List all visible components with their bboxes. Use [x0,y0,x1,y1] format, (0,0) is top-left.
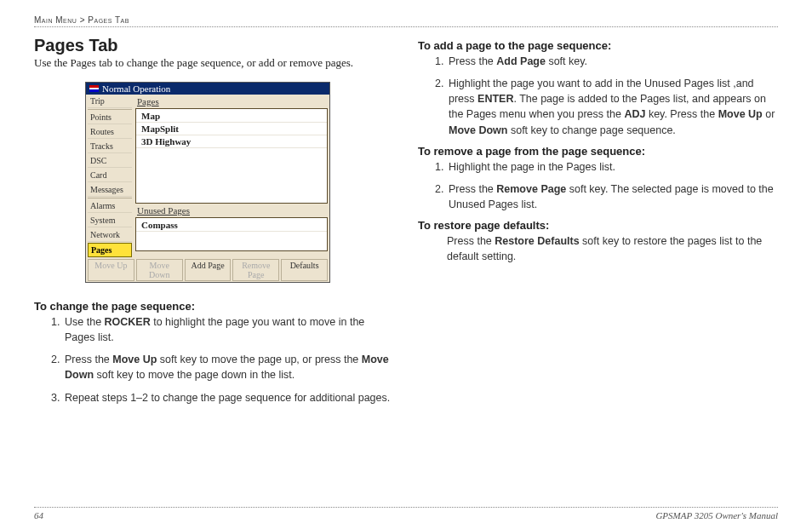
remove-page-heading: To remove a page from the page sequence: [418,145,778,158]
softkey-button: Remove Page [232,259,279,281]
sidebar-item: Points [88,111,132,124]
list-item: Map [136,110,327,123]
sidebar-item: Card [88,169,132,182]
step-item: Use the ROCKER to highlight the page you… [63,314,394,345]
sidebar-item: Trip [88,95,132,108]
change-sequence-heading: To change the page sequence: [34,300,394,313]
step-item: Press the Move Up soft key to move the p… [63,352,394,382]
sidebar-item: Messages [88,183,132,197]
change-sequence-steps: Use the ROCKER to highlight the page you… [34,314,394,405]
right-column: To add a page to the page sequence: Pres… [418,36,778,412]
unused-listbox: Compass [135,217,328,251]
window-titlebar: Normal Operation [86,83,329,95]
step-item: Highlight the page in the Pages list. [447,159,778,175]
page-footer: 64 GPSMAP 3205 Owner's Manual [34,507,778,520]
step-item: Highlight the page you want to add in th… [447,76,778,138]
add-page-heading: To add a page to the page sequence: [418,39,778,52]
page-title: Pages Tab [34,36,394,55]
softkey-button: Move Up [88,259,134,281]
unused-group-label: Unused Pages [137,205,328,216]
breadcrumb-a: Main Menu [34,15,77,25]
sidebar-item: Alarms [88,199,132,213]
step-item: Repeat steps 1–2 to change the page sequ… [63,390,394,405]
softkey-button: Add Page [185,259,232,281]
sidebar-item: System [88,214,132,227]
softkey-row: Move UpMove DownAdd PageRemove PageDefau… [86,258,329,282]
list-item: 3D Highway [136,135,327,148]
sidebar-item: Routes [88,125,132,139]
breadcrumb-sep: > [80,15,85,25]
remove-page-steps: Highlight the page in the Pages list.Pre… [418,159,778,212]
softkey-button: Move Down [136,259,183,281]
window-title: Normal Operation [102,83,170,94]
breadcrumb-b: Pages Tab [88,15,129,25]
left-column: Pages Tab Use the Pages tab to change th… [34,36,394,412]
breadcrumb: Main Menu > Pages Tab [34,15,778,27]
pages-group-label: Pages [137,96,328,106]
sidebar-item: Pages [88,243,132,257]
sidebar-item: DSC [88,154,132,168]
sidebar-item [88,198,132,198]
flag-icon [89,85,99,92]
restore-defaults-heading: To restore page defaults: [418,219,778,232]
list-item: MapSplit [136,123,327,135]
intro-text: Use the Pages tab to change the page seq… [34,56,394,70]
pages-listbox: MapMapSplit3D Highway [135,108,328,204]
restore-defaults-text: Press the Restore Defaults soft key to r… [418,233,778,264]
screenshot-sidebar: TripPointsRoutesTracksDSCCardMessagesAla… [86,95,134,258]
add-page-steps: Press the Add Page soft key.Highlight th… [418,54,778,138]
step-item: Press the Remove Page soft key. The sele… [447,181,778,212]
sidebar-item [88,109,132,110]
softkey-button: Defaults [281,259,328,281]
step-item: Press the Add Page soft key. [447,54,778,69]
list-item: Compass [136,219,327,232]
page-number: 64 [34,510,43,520]
doc-title: GPSMAP 3205 Owner's Manual [655,510,778,520]
sidebar-item: Network [88,228,132,242]
device-screenshot: Normal Operation TripPointsRoutesTracksD… [85,82,330,283]
sidebar-item: Tracks [88,140,132,153]
